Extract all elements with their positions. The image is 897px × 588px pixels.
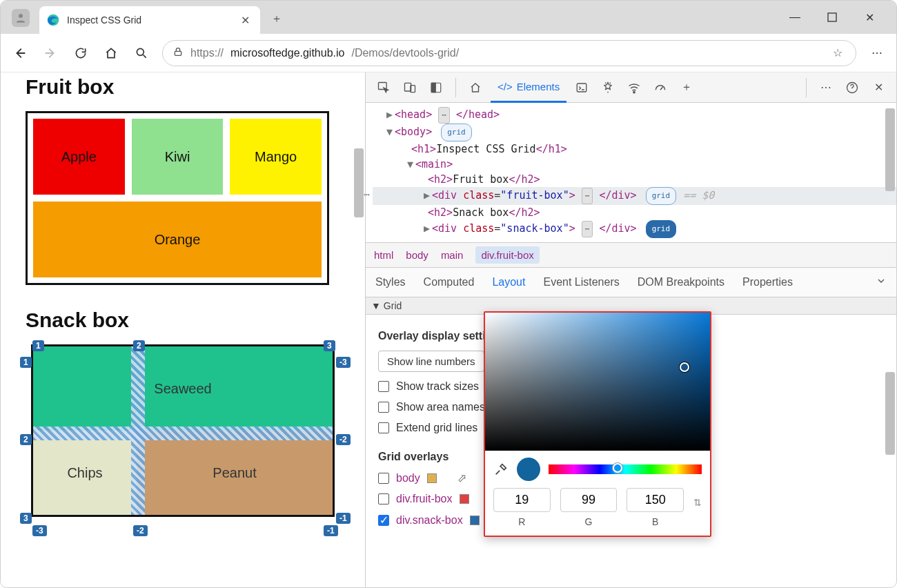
color-swatch[interactable] xyxy=(460,494,469,504)
cell-apple: Apple xyxy=(33,119,125,195)
cell-seaweed: Seaweed xyxy=(33,346,333,431)
cell-orange: Orange xyxy=(33,202,322,277)
svg-rect-2 xyxy=(828,13,836,21)
crumb[interactable]: main xyxy=(441,249,464,261)
page-content: Fruit box Apple Kiwi Mango Orange Snack … xyxy=(1,72,365,587)
close-window-icon[interactable]: ✕ xyxy=(860,11,878,24)
crumb[interactable]: body xyxy=(406,249,428,261)
address-bar[interactable]: https://microsoftedge.github.io/Demos/de… xyxy=(162,40,856,66)
overlay-check-fruit[interactable] xyxy=(378,493,389,504)
maximize-icon[interactable] xyxy=(823,12,841,22)
grid-num: -2 xyxy=(336,434,351,445)
back-button[interactable] xyxy=(10,43,30,63)
cell-chips: Chips xyxy=(33,431,137,515)
ptab-layout[interactable]: Layout xyxy=(492,276,525,288)
overlay-check-snack[interactable]: ✓ xyxy=(378,515,389,526)
heading-snack: Snack box xyxy=(26,308,365,332)
hue-slider[interactable] xyxy=(549,464,702,474)
expand-icon[interactable] xyxy=(876,275,887,289)
line-numbers-select[interactable]: Show line numbers xyxy=(378,351,484,372)
g-input[interactable] xyxy=(560,488,618,512)
grid-num: -2 xyxy=(133,525,148,536)
ptab-dombreak[interactable]: DOM Breakpoints xyxy=(638,276,724,288)
devtools-more-icon[interactable]: ⋯ xyxy=(815,77,837,99)
b-input[interactable] xyxy=(627,488,684,512)
new-tab-button[interactable]: ＋ xyxy=(264,6,289,31)
device-toggle-icon[interactable] xyxy=(399,77,421,99)
color-swatch[interactable] xyxy=(427,473,437,483)
crumb-selected[interactable]: div.fruit-box xyxy=(475,246,539,264)
grid-num: -3 xyxy=(32,525,47,536)
check-extend-lines[interactable] xyxy=(378,422,389,433)
svg-point-0 xyxy=(19,14,23,18)
dock-icon[interactable] xyxy=(425,77,447,99)
overlay-check-body[interactable] xyxy=(378,473,389,484)
check-area-names[interactable] xyxy=(378,402,389,413)
url-path: /Demos/devtools-grid/ xyxy=(351,47,459,59)
color-canvas[interactable] xyxy=(485,313,710,451)
url-host: microsoftedge.github.io xyxy=(230,47,344,59)
grid-gap-horizontal xyxy=(33,427,333,440)
grid-num: 2 xyxy=(20,434,32,445)
color-picker: R G B ⇅ xyxy=(484,311,711,537)
svg-rect-4 xyxy=(175,51,181,55)
favorite-icon[interactable]: ☆ xyxy=(829,45,846,61)
cell-mango: Mango xyxy=(230,119,322,195)
svg-point-11 xyxy=(633,91,635,92)
fruit-box-grid: Apple Kiwi Mango Orange xyxy=(26,111,329,285)
color-cursor[interactable] xyxy=(680,362,689,372)
cell-peanut: Peanut xyxy=(137,431,333,515)
lock-icon xyxy=(172,46,184,60)
welcome-tab-icon[interactable] xyxy=(464,77,486,99)
grid-num: 3 xyxy=(20,513,32,524)
forward-button xyxy=(41,43,60,63)
crumb[interactable]: html xyxy=(374,249,393,261)
ptab-listeners[interactable]: Event Listeners xyxy=(543,276,619,288)
grid-num: 1 xyxy=(20,357,32,368)
grid-num: -3 xyxy=(336,357,351,368)
url-scheme: https:// xyxy=(190,47,224,59)
browser-more-icon[interactable]: ⋯ xyxy=(867,46,887,59)
help-icon[interactable] xyxy=(841,77,863,99)
console-icon[interactable] xyxy=(571,77,593,99)
page-scrollbar[interactable] xyxy=(354,148,364,217)
home-button[interactable] xyxy=(101,43,121,63)
tab-elements[interactable]: </> Elements xyxy=(491,72,566,103)
devtools-scrollbar[interactable] xyxy=(885,108,895,191)
grid-num: 3 xyxy=(324,340,335,351)
hue-cursor[interactable] xyxy=(613,463,622,473)
dom-tree[interactable]: ▶<head> ⋯ </head> ▼<body> grid <h1>Inspe… xyxy=(366,103,896,242)
svg-rect-9 xyxy=(431,83,435,92)
profile-avatar[interactable] xyxy=(12,9,30,27)
breadcrumb[interactable]: html body main div.fruit-box xyxy=(366,242,896,267)
reveal-icon[interactable]: ⬀ xyxy=(457,471,466,484)
eyedropper-icon[interactable] xyxy=(493,462,509,477)
sources-icon[interactable] xyxy=(597,77,619,99)
ptab-computed[interactable]: Computed xyxy=(424,276,475,288)
search-button[interactable] xyxy=(132,43,151,63)
performance-icon[interactable] xyxy=(649,77,671,99)
devtools-scrollbar[interactable] xyxy=(885,372,895,455)
code-icon: </> xyxy=(497,81,513,92)
ptab-properties[interactable]: Properties xyxy=(742,276,793,288)
snack-box-overlay: 1 2 3 1 2 3 -3 -2 -1 -3 -2 -1 Seaweed Ch… xyxy=(26,344,343,517)
edge-icon xyxy=(46,13,60,27)
close-tab-icon[interactable]: ✕ xyxy=(237,12,253,28)
r-input[interactable] xyxy=(493,488,551,512)
grid-num: -1 xyxy=(336,513,351,524)
browser-tab[interactable]: Inspect CSS Grid ✕ xyxy=(39,6,260,34)
close-devtools-icon[interactable]: ✕ xyxy=(867,77,889,99)
network-icon[interactable] xyxy=(623,77,645,99)
reload-button[interactable] xyxy=(71,43,90,63)
inspect-element-icon[interactable] xyxy=(373,77,395,99)
tab-title: Inspect CSS Grid xyxy=(67,14,141,26)
color-swatch[interactable] xyxy=(470,516,480,525)
svg-rect-10 xyxy=(577,84,586,92)
add-tab-icon[interactable]: ＋ xyxy=(676,77,698,99)
grid-num: 1 xyxy=(32,340,44,351)
check-track-sizes[interactable] xyxy=(378,381,389,392)
styles-pane-tabs: Styles Computed Layout Event Listeners D… xyxy=(366,267,896,297)
minimize-icon[interactable]: — xyxy=(786,11,804,23)
color-mode-toggle[interactable]: ⇅ xyxy=(693,497,702,519)
ptab-styles[interactable]: Styles xyxy=(375,276,406,288)
